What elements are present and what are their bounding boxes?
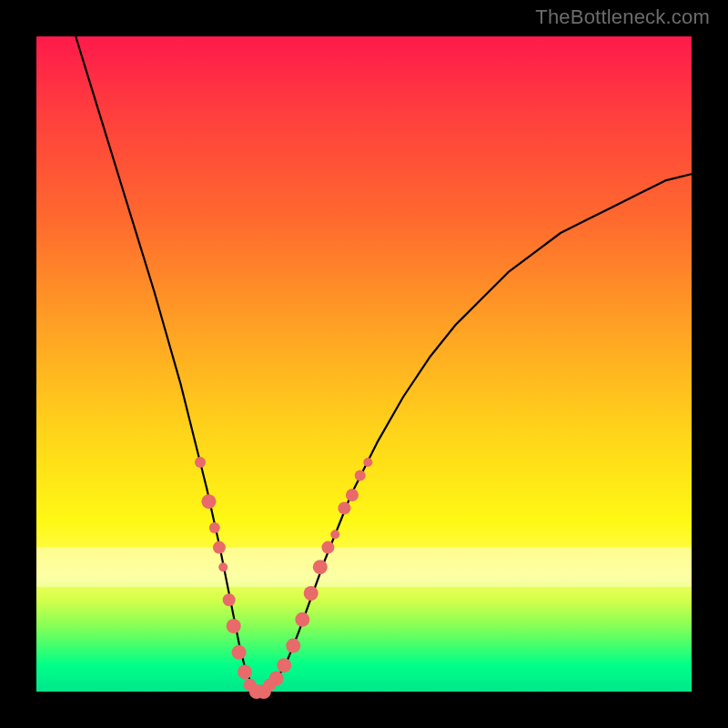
data-marker <box>338 501 350 514</box>
data-marker <box>238 664 252 679</box>
chart-frame: TheBottleneck.com <box>0 0 728 728</box>
chart-svg <box>36 36 692 692</box>
data-marker <box>227 619 241 633</box>
data-marker <box>321 541 334 554</box>
data-marker <box>346 489 359 501</box>
data-marker <box>232 645 247 660</box>
plot-area <box>36 36 692 692</box>
data-marker <box>304 586 318 601</box>
data-marker <box>213 541 226 554</box>
data-marker <box>269 672 284 686</box>
curve-line <box>76 36 692 692</box>
data-marker <box>201 494 216 509</box>
data-marker <box>295 612 309 627</box>
pale-band <box>36 548 692 587</box>
highlight-bands <box>36 548 692 587</box>
data-marker <box>330 530 339 539</box>
data-marker <box>277 658 291 672</box>
data-marker <box>209 522 220 533</box>
data-marker <box>313 560 328 574</box>
data-marker <box>195 457 206 468</box>
data-marker <box>218 562 228 571</box>
watermark-text: TheBottleneck.com <box>535 5 710 29</box>
data-marker <box>223 593 236 606</box>
curve-path <box>76 36 692 692</box>
data-marker <box>286 639 300 653</box>
data-marker <box>363 458 372 467</box>
data-marker <box>355 470 366 480</box>
